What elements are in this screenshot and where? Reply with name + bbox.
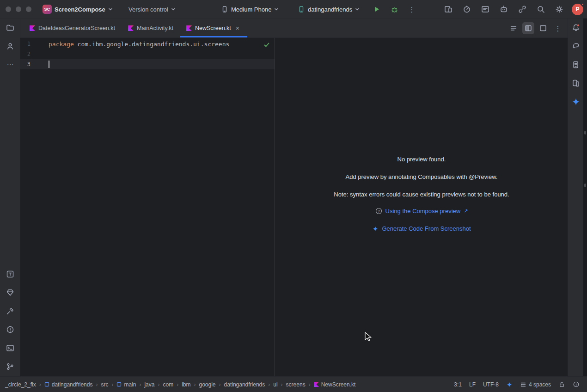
project-folder-icon[interactable] [6,23,15,32]
breadcrumb-item[interactable]: ui [272,380,279,389]
run-button[interactable] [370,2,384,16]
sparkle-icon [372,226,379,232]
line-separator-widget[interactable]: LF [469,381,476,388]
code-line[interactable]: 2 [20,49,275,59]
device-selector[interactable]: Medium Phone [218,0,281,18]
more-actions-button[interactable]: ⋮ [405,2,419,16]
logcat-icon[interactable] [479,2,491,16]
notification-dot [581,3,584,6]
generate-code-from-screenshot-link[interactable]: Generate Code From Screenshot [372,225,471,232]
tab-options-icon[interactable]: ⋮ [552,22,564,34]
terminal-icon[interactable] [6,343,15,353]
problems-icon[interactable] [6,325,15,334]
search-icon[interactable] [535,2,547,16]
designer-tool-icon[interactable] [6,270,15,279]
breadcrumb-item[interactable]: datingandfriends [223,380,267,389]
split-view-icon[interactable] [522,22,534,34]
scroll-tick [584,131,586,135]
phone-icon [221,6,228,13]
line-number[interactable]: 2 [20,51,31,57]
module-icon [116,382,122,387]
window-controls [6,6,31,12]
breadcrumb-item[interactable]: java [143,380,156,389]
breadcrumb-item[interactable]: NewScreen.kt [312,380,357,389]
resource-manager-icon[interactable] [6,288,15,297]
avatar-initial: P [575,6,579,12]
run-configuration-label: datingandfriends [308,6,352,13]
encoding-widget[interactable]: UTF-8 [483,381,499,388]
breadcrumb-item[interactable]: datingandfriends [43,380,94,389]
run-configuration-selector[interactable]: datingandfriends [295,0,362,18]
device-file-explorer-icon[interactable] [571,60,581,69]
code-line-current[interactable]: 3 [20,59,275,69]
indent-widget[interactable]: 4 spaces [520,381,551,388]
link-label: Generate Code From Screenshot [382,225,471,232]
device-manager-icon[interactable] [571,79,581,88]
inspection-status-check-icon[interactable] [263,42,270,48]
editor-area: DateIdeasGeneratorScreen.kt MainActivity… [20,18,568,376]
more-tool-windows-icon[interactable]: ⋯ [6,60,15,69]
window-close-button[interactable] [6,6,11,12]
preview-title: No preview found. [275,156,568,163]
window-minimize-button[interactable] [16,6,21,12]
code-editor[interactable]: 1 package com.ibm.google.datingandfriend… [20,38,275,376]
kotlin-file-icon [186,25,192,31]
tab-label: MainActivity.kt [137,25,173,31]
breadcrumb-item[interactable]: src [99,380,110,389]
chevron-down-icon [171,7,176,12]
breadcrumb-item[interactable]: _circle_2_fix [4,380,37,389]
version-control-widget[interactable]: Version control [126,0,178,18]
main-content: ⋯ [0,18,587,376]
git-branch-icon[interactable] [6,362,15,371]
titlebar: SC Screen2Compose Version control Medium… [0,0,587,18]
breadcrumb-separator [138,381,142,388]
titlebar-right-actions: P [442,0,583,18]
studio-bot-icon[interactable] [498,2,510,16]
debug-button[interactable] [387,2,401,16]
kotlin-file-icon [314,382,319,387]
running-devices-icon[interactable] [442,2,454,16]
tab-newscreen[interactable]: NewScreen.kt × [180,18,247,37]
code-line[interactable]: 1 package com.ibm.google.datingandfriend… [20,39,275,49]
design-view-icon[interactable] [537,22,549,34]
notifications-bell-icon[interactable] [571,23,581,32]
code-view-icon[interactable] [508,22,520,34]
chevron-down-icon [108,7,113,12]
line-number[interactable]: 3 [20,61,31,67]
code-text: com.ibm.google.datingandfriends.ui.scree… [74,41,230,48]
tab-close-icon[interactable]: × [234,25,241,31]
breadcrumb-separator [176,381,179,388]
breadcrumb-item[interactable]: main [115,380,137,389]
line-number[interactable]: 1 [20,41,31,47]
version-control-label: Version control [128,6,168,13]
settings-gear-icon[interactable] [553,2,565,16]
profiler-icon[interactable] [461,2,473,16]
caret-position-widget[interactable]: 3:1 [454,381,462,388]
unlock-icon[interactable] [558,381,565,388]
commit-person-icon[interactable] [6,42,15,51]
breadcrumb-item[interactable]: ibm [180,380,192,389]
external-link-icon: ↗ [464,208,468,214]
breadcrumb-item[interactable]: google [197,380,217,389]
right-edge-scroll-track[interactable] [583,18,587,376]
compose-preview-docs-link[interactable]: ? Using the Compose preview ↗ [375,208,468,214]
tab-dateideasgeneratorscreen[interactable]: DateIdeasGeneratorScreen.kt [23,18,122,37]
breadcrumb-item[interactable]: com [161,380,175,389]
run-actions: ⋮ [370,0,419,18]
breadcrumb-item[interactable]: screens [285,380,307,389]
ai-sparkle-icon[interactable] [506,381,513,388]
device-connection-icon[interactable] [516,2,528,16]
left-tool-strip: ⋯ [0,18,20,376]
project-widget[interactable]: SC Screen2Compose [40,0,116,18]
gradle-icon[interactable] [571,42,581,51]
user-avatar[interactable]: P [572,4,583,15]
info-icon[interactable] [573,381,580,388]
window-zoom-button[interactable] [26,6,31,12]
build-icon[interactable] [6,306,15,316]
gemini-icon[interactable] [571,97,581,106]
tab-label: NewScreen.kt [195,25,231,31]
breadcrumb-separator [38,381,42,388]
breadcrumb-separator [218,381,222,388]
tab-mainactivity[interactable]: MainActivity.kt [122,18,180,37]
kotlin-file-icon [30,25,35,31]
